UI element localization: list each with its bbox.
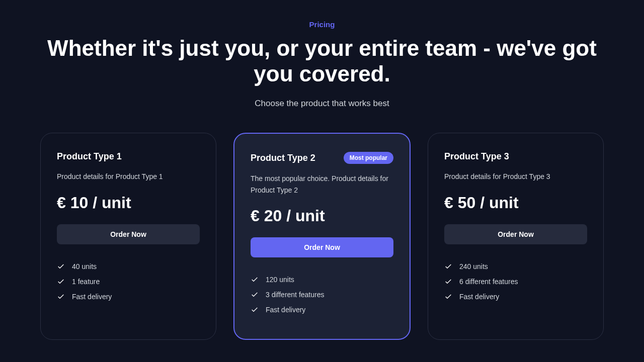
feature-item: Fast delivery xyxy=(57,293,200,301)
card-price: € 20 / unit xyxy=(251,207,393,225)
feature-list: 40 units 1 feature Fast delivery xyxy=(57,262,200,301)
page-subhead: Choose the product that works best xyxy=(40,99,604,109)
feature-text: 120 units xyxy=(266,276,294,284)
check-icon xyxy=(444,278,452,286)
most-popular-badge: Most popular xyxy=(344,152,393,164)
feature-list: 120 units 3 different features Fast deli… xyxy=(251,276,393,314)
check-icon xyxy=(251,291,259,299)
card-price: € 10 / unit xyxy=(57,194,200,212)
feature-text: 1 feature xyxy=(72,278,100,286)
order-now-button[interactable]: Order Now xyxy=(444,224,587,244)
feature-item: 240 units xyxy=(444,262,587,270)
pricing-eyebrow: Pricing xyxy=(40,20,604,29)
check-icon xyxy=(444,293,452,301)
feature-item: 120 units xyxy=(251,276,393,284)
feature-text: Fast delivery xyxy=(459,293,499,301)
pricing-card-2: Product Type 2 Most popular The most pop… xyxy=(233,133,411,340)
check-icon xyxy=(57,262,65,270)
feature-item: Fast delivery xyxy=(251,306,393,314)
feature-text: 3 different features xyxy=(266,291,324,299)
card-title: Product Type 1 xyxy=(57,151,122,162)
card-price: € 50 / unit xyxy=(444,194,587,212)
order-now-button[interactable]: Order Now xyxy=(251,237,393,257)
feature-text: 240 units xyxy=(459,262,488,270)
feature-list: 240 units 6 different features Fast deli… xyxy=(444,262,587,301)
check-icon xyxy=(444,262,452,270)
feature-text: Fast delivery xyxy=(72,293,112,301)
order-now-button[interactable]: Order Now xyxy=(57,224,200,244)
feature-item: Fast delivery xyxy=(444,293,587,301)
card-description: The most popular choice. Product details… xyxy=(251,173,393,196)
card-title: Product Type 3 xyxy=(444,151,509,162)
page-headline: Whether it's just you, or your entire te… xyxy=(40,36,604,86)
card-description: Product details for Product Type 3 xyxy=(444,171,587,182)
feature-text: Fast delivery xyxy=(266,306,305,314)
card-title: Product Type 2 xyxy=(251,153,315,163)
check-icon xyxy=(57,278,65,286)
pricing-card-3: Product Type 3 Product details for Produ… xyxy=(428,133,604,340)
card-description: Product details for Product Type 1 xyxy=(57,171,200,182)
pricing-grid: Product Type 1 Product details for Produ… xyxy=(40,133,604,340)
feature-item: 3 different features xyxy=(251,291,393,299)
feature-item: 6 different features xyxy=(444,278,587,286)
pricing-card-1: Product Type 1 Product details for Produ… xyxy=(40,133,216,340)
feature-text: 40 units xyxy=(72,262,97,270)
check-icon xyxy=(57,293,65,301)
check-icon xyxy=(251,306,259,314)
check-icon xyxy=(251,276,259,284)
feature-item: 1 feature xyxy=(57,278,200,286)
feature-text: 6 different features xyxy=(459,278,518,286)
feature-item: 40 units xyxy=(57,262,200,270)
